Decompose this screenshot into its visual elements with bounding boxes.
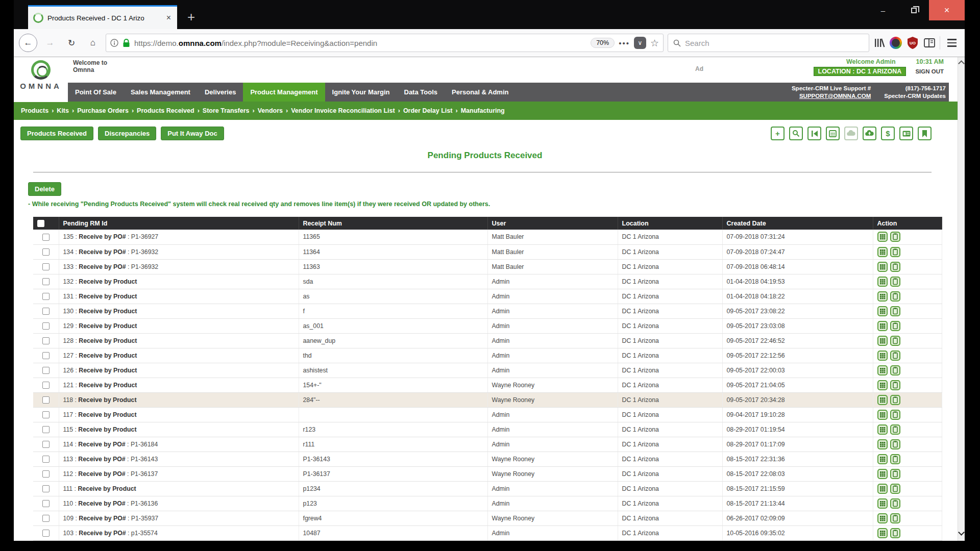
row-checkbox-cell[interactable] [33, 466, 59, 481]
document-clipboard-icon[interactable] [890, 528, 900, 538]
table-row[interactable]: 133 : Receive by PO# : P1-36932 11363 Ma… [33, 259, 942, 274]
window-minimize-button[interactable]: – [868, 0, 898, 20]
sign-out-link[interactable]: SIGN OUT [915, 68, 944, 74]
row-checkbox-cell[interactable] [33, 452, 59, 466]
receive-grid-icon[interactable] [877, 365, 888, 375]
row-checkbox-cell[interactable] [33, 525, 59, 540]
document-clipboard-icon[interactable] [890, 410, 900, 420]
row-checkbox[interactable] [42, 426, 50, 433]
ublock-shield-icon[interactable]: UO [906, 36, 919, 49]
forward-button[interactable]: → [41, 34, 59, 52]
row-checkbox-cell[interactable] [33, 511, 59, 525]
table-row[interactable]: 109 : Receive by PO# : P1-35937 fgrew4 W… [33, 511, 942, 525]
document-clipboard-icon[interactable] [890, 365, 900, 375]
home-button[interactable]: ⌂ [84, 34, 102, 52]
col-location[interactable]: Location [618, 217, 722, 230]
table-row[interactable]: 113 : Receive by PO# : P1-36143 P1-36143… [33, 452, 942, 466]
row-checkbox-cell[interactable] [33, 318, 59, 333]
row-checkbox[interactable] [42, 441, 50, 448]
row-checkbox[interactable] [42, 248, 50, 256]
row-checkbox-cell[interactable] [33, 333, 59, 348]
receive-grid-icon[interactable] [877, 439, 888, 449]
page-actions-icon[interactable]: ••• [619, 39, 630, 47]
col-pending-rm-id[interactable]: Pending RM Id [59, 217, 299, 230]
row-checkbox[interactable] [42, 382, 50, 389]
nav-item-ignite-your-margin[interactable]: Ignite Your Margin [325, 83, 397, 102]
document-clipboard-icon[interactable] [890, 484, 900, 494]
url-bar[interactable]: https://demo.omnna.com/index.php?module=… [106, 34, 664, 52]
table-row[interactable]: 131 : Receive by Product as Admin DC 1 A… [33, 289, 942, 304]
receive-grid-icon[interactable] [877, 232, 888, 242]
row-checkbox-cell[interactable] [33, 378, 59, 392]
dollar-icon[interactable]: $ [881, 127, 895, 140]
row-checkbox[interactable] [42, 456, 50, 463]
receive-grid-icon[interactable] [877, 306, 888, 316]
document-clipboard-icon[interactable] [890, 454, 900, 464]
table-row[interactable]: 130 : Receive by Product f Admin DC 1 Ar… [33, 304, 942, 318]
table-row[interactable]: 132 : Receive by Product sda Admin DC 1 … [33, 274, 942, 289]
table-row[interactable]: 118 : Receive by Product 284"-- Wayne Ro… [33, 392, 942, 407]
row-checkbox-cell[interactable] [33, 496, 59, 511]
nav-item-deliveries[interactable]: Deliveries [198, 83, 243, 102]
window-close-button[interactable]: × [929, 0, 965, 20]
breadcrumb-item[interactable]: Products Received [137, 107, 194, 114]
receive-grid-icon[interactable] [877, 380, 888, 390]
receive-grid-icon[interactable] [877, 410, 888, 420]
document-clipboard-icon[interactable] [890, 350, 900, 361]
receive-grid-icon[interactable] [877, 262, 888, 272]
breadcrumb-item[interactable]: Purchase Orders [77, 107, 129, 114]
document-clipboard-icon[interactable] [890, 395, 900, 405]
row-checkbox[interactable] [42, 530, 50, 537]
browser-tab[interactable]: Products Received - DC 1 Arizo × [28, 5, 177, 29]
document-clipboard-icon[interactable] [890, 247, 900, 257]
document-clipboard-icon[interactable] [890, 424, 900, 435]
document-clipboard-icon[interactable] [890, 498, 900, 509]
cloud-upload-icon[interactable] [863, 127, 876, 140]
back-button[interactable]: ← [19, 34, 37, 52]
row-checkbox-cell[interactable] [33, 289, 59, 304]
page-info-icon[interactable] [110, 39, 118, 47]
row-checkbox[interactable] [42, 470, 50, 478]
row-checkbox-cell[interactable] [33, 363, 59, 378]
receive-grid-icon[interactable] [877, 454, 888, 464]
receive-grid-icon[interactable] [877, 469, 888, 479]
col-user[interactable]: User [487, 217, 618, 230]
row-checkbox-cell[interactable] [33, 274, 59, 289]
scroll-up-icon[interactable] [958, 60, 965, 67]
row-checkbox-cell[interactable] [33, 422, 59, 437]
nav-item-data-tools[interactable]: Data Tools [397, 83, 445, 102]
select-all-cell[interactable] [33, 217, 59, 230]
sidebar-toggle-icon[interactable] [923, 37, 936, 48]
table-row[interactable]: 134 : Receive by PO# : P1-36932 11364 Ma… [33, 244, 942, 259]
document-clipboard-icon[interactable] [890, 321, 900, 331]
receive-grid-icon[interactable] [877, 513, 888, 523]
row-checkbox[interactable] [42, 308, 50, 315]
nav-item-sales-management[interactable]: Sales Management [124, 83, 198, 102]
library-icon[interactable] [873, 37, 886, 48]
col-created-date[interactable]: Created Date [722, 217, 873, 230]
put-it-away-doc-button[interactable]: Put It Away Doc [161, 127, 224, 140]
receive-grid-icon[interactable] [877, 424, 888, 435]
page-scrollbar[interactable] [958, 57, 965, 541]
receive-grid-icon[interactable] [877, 528, 888, 538]
table-row[interactable]: 121 : Receive by Product 154+-" Wayne Ro… [33, 378, 942, 392]
row-checkbox[interactable] [42, 337, 50, 344]
document-clipboard-icon[interactable] [890, 513, 900, 523]
nav-item-personal-admin[interactable]: Personal & Admin [445, 83, 516, 102]
location-badge[interactable]: LOCATION : DC 1 ARIZONA [814, 67, 906, 76]
table-row[interactable]: 111 : Receive by Product p1234 Admin DC … [33, 481, 942, 496]
receive-grid-icon[interactable] [877, 498, 888, 509]
receive-grid-icon[interactable] [877, 321, 888, 331]
breadcrumb-item[interactable]: Vendors [258, 107, 283, 114]
row-checkbox[interactable] [42, 515, 50, 522]
receive-grid-icon[interactable] [877, 291, 888, 302]
document-clipboard-icon[interactable] [890, 291, 900, 302]
row-checkbox[interactable] [42, 322, 50, 330]
support-email-link[interactable]: SUPPORT@OMNNA.COM [799, 93, 871, 99]
row-checkbox[interactable] [42, 500, 50, 507]
document-clipboard-icon[interactable] [890, 336, 900, 346]
document-clipboard-icon[interactable] [890, 306, 900, 316]
bookmark-icon[interactable] [918, 127, 932, 140]
tab-close-icon[interactable]: × [165, 13, 172, 22]
row-checkbox[interactable] [42, 278, 50, 285]
